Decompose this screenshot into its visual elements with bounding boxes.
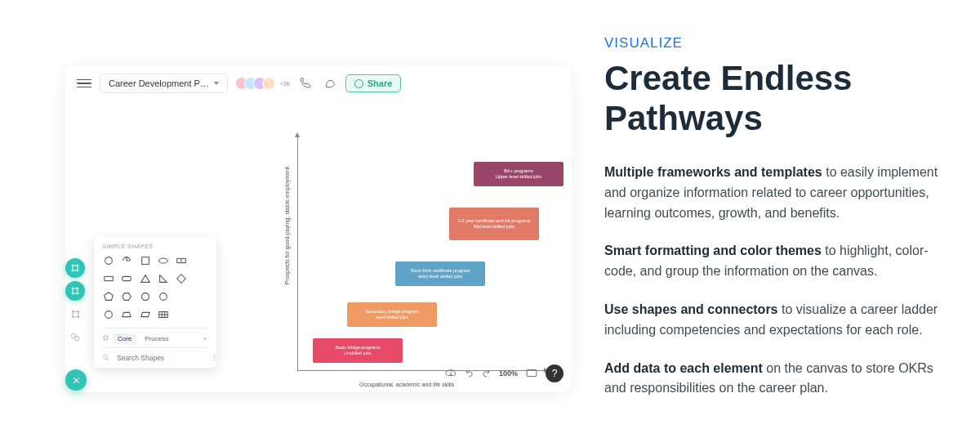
shape-trapezoid-icon[interactable] bbox=[120, 308, 133, 321]
undo-icon[interactable] bbox=[465, 369, 474, 379]
headline: Create Endless Pathways bbox=[604, 59, 956, 138]
chart-step[interactable]: BA+ programsUpper level skilled jobs bbox=[474, 162, 564, 186]
collaborator-avatars[interactable] bbox=[239, 77, 275, 90]
para-4: Add data to each element on the canvas t… bbox=[604, 359, 956, 400]
document-title-chip[interactable]: Career Development P… bbox=[100, 74, 228, 93]
svg-rect-0 bbox=[527, 369, 537, 376]
shapes-dock-icon[interactable] bbox=[65, 327, 85, 346]
help-button[interactable]: ? bbox=[546, 364, 564, 382]
redo-icon[interactable] bbox=[482, 369, 491, 379]
eyebrow: VISUALIZE bbox=[604, 33, 956, 54]
comment-icon[interactable] bbox=[321, 74, 339, 92]
tab-core[interactable]: Core bbox=[113, 333, 136, 344]
add-tab-button[interactable]: ＋ bbox=[202, 334, 208, 343]
cloud-sync-icon[interactable] bbox=[445, 368, 457, 379]
shape-square-icon[interactable] bbox=[139, 254, 152, 267]
marketing-copy: VISUALIZE Create Endless Pathways Multip… bbox=[604, 8, 956, 447]
chart-step[interactable]: Secondary bridge programsemi-skilled job… bbox=[347, 302, 437, 327]
avatar-overflow-count: +26 bbox=[280, 81, 290, 87]
more-icon[interactable]: ⋮ bbox=[211, 354, 219, 362]
shape-table-icon[interactable] bbox=[157, 308, 170, 321]
chevron-down-icon bbox=[214, 82, 219, 85]
y-axis bbox=[297, 134, 298, 371]
shape-circle2-icon[interactable] bbox=[157, 290, 170, 303]
shapes-tabs: Core Process ＋ bbox=[102, 328, 208, 347]
svg-point-5 bbox=[159, 258, 168, 263]
tool-dock bbox=[65, 258, 85, 346]
pin-icon[interactable] bbox=[102, 334, 109, 343]
shape-hexagon-icon[interactable] bbox=[120, 290, 133, 303]
present-icon[interactable] bbox=[526, 369, 537, 379]
frame-tool-button-3[interactable] bbox=[65, 304, 85, 324]
svg-point-16 bbox=[104, 355, 108, 360]
svg-rect-8 bbox=[105, 276, 114, 280]
share-label: Share bbox=[368, 78, 393, 88]
shape-diamond-icon[interactable] bbox=[175, 272, 188, 285]
shape-triangle-icon[interactable] bbox=[139, 272, 152, 285]
shape-ellipse-icon[interactable] bbox=[157, 254, 170, 267]
svg-point-3 bbox=[105, 257, 113, 265]
shape-octagon-icon[interactable] bbox=[139, 290, 152, 303]
shapes-panel: SIMPLE SHAPES bbox=[94, 237, 216, 368]
app-topbar: Career Development P… +26 bbox=[65, 65, 572, 101]
search-icon bbox=[102, 354, 110, 362]
globe-icon bbox=[354, 79, 363, 88]
tab-process[interactable]: Process bbox=[140, 333, 173, 344]
zoom-level[interactable]: 100% bbox=[499, 369, 518, 378]
search-shapes-row: ⋮ bbox=[102, 347, 208, 363]
shapes-grid bbox=[102, 254, 208, 321]
shape-arc-icon[interactable] bbox=[120, 254, 133, 267]
chart-step[interactable]: 1-2 year certificate and AA programsMid … bbox=[449, 208, 539, 240]
para-2: Smart formatting and color themes to hig… bbox=[604, 241, 956, 282]
search-shapes-input[interactable] bbox=[115, 353, 206, 363]
canvas-footer: 100% ? bbox=[445, 364, 564, 382]
share-button[interactable]: Share bbox=[345, 74, 402, 92]
phone-icon[interactable] bbox=[296, 74, 314, 92]
shape-halfbar-icon[interactable] bbox=[175, 254, 188, 267]
svg-point-11 bbox=[105, 311, 113, 319]
para-3: Use shapes and connectors to visualize a… bbox=[604, 300, 956, 341]
frame-tool-button-2[interactable] bbox=[65, 281, 85, 301]
shape-rect-icon[interactable] bbox=[102, 272, 115, 285]
hamburger-icon[interactable] bbox=[75, 74, 93, 92]
shape-roundrect-icon[interactable] bbox=[120, 272, 133, 285]
svg-rect-9 bbox=[122, 276, 131, 280]
shape-parallelogram-icon[interactable] bbox=[139, 308, 152, 321]
chart-step[interactable]: Basic bridge programsUnskilled jobs bbox=[313, 338, 403, 363]
frame-tool-button[interactable] bbox=[65, 258, 85, 278]
shape-circle-icon[interactable] bbox=[102, 254, 115, 267]
chart-step[interactable]: Short-form certificate programentry leve… bbox=[395, 261, 485, 286]
document-title: Career Development P… bbox=[109, 78, 209, 88]
para-1: Multiple frameworks and templates to eas… bbox=[604, 163, 956, 223]
app-preview: Career Development P… +26 bbox=[49, 65, 572, 447]
svg-point-10 bbox=[160, 293, 167, 301]
shapes-panel-title: SIMPLE SHAPES bbox=[102, 244, 208, 249]
shape-circle3-icon[interactable] bbox=[102, 308, 115, 321]
svg-point-2 bbox=[74, 336, 78, 340]
svg-rect-4 bbox=[141, 257, 149, 265]
close-dock-button[interactable] bbox=[65, 369, 87, 391]
x-axis-label: Occupational, academic and life skills bbox=[359, 382, 454, 387]
shape-pentagon-icon[interactable] bbox=[102, 290, 115, 303]
y-axis-label: Prospects for good-paying, stable employ… bbox=[284, 167, 290, 284]
shape-rtriangle-icon[interactable] bbox=[157, 272, 170, 285]
